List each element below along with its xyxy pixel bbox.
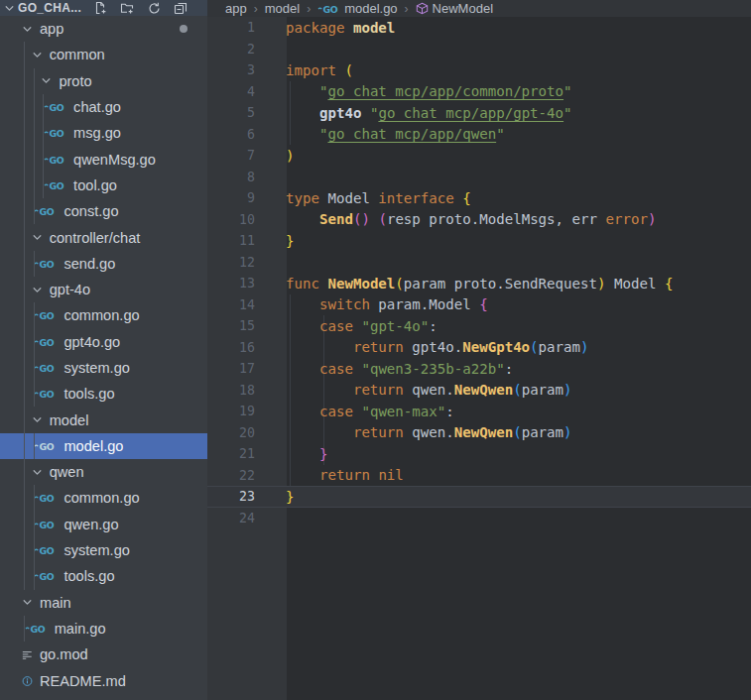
code-line-8[interactable]: 8 (207, 167, 751, 188)
code-line-4[interactable]: 4 "go_chat_mcp/app/common/proto" (207, 81, 751, 103)
line-number[interactable]: 17 (207, 361, 255, 376)
tree-item-msg.go[interactable]: GOmsg.go (0, 120, 207, 146)
refresh-explorer-icon[interactable] (147, 1, 161, 15)
tree-item-tools.go[interactable]: GOtools.go (0, 563, 207, 589)
new-file-icon[interactable] (93, 1, 107, 15)
chevron-down-icon[interactable] (32, 467, 43, 478)
line-number[interactable]: 8 (207, 170, 255, 184)
tree-item-tool.go[interactable]: GOtool.go (0, 173, 207, 198)
code-line-10[interactable]: 10 Send() (resp proto.ModelMsgs, err err… (207, 209, 751, 231)
code-line-2[interactable]: 2 (207, 39, 751, 60)
code-line-23[interactable]: 23} (207, 486, 751, 508)
line-number[interactable]: 24 (207, 511, 255, 525)
code-line-17[interactable]: 17 case "qwen3-235b-a22b": (207, 358, 751, 380)
chevron-down-icon[interactable] (32, 285, 43, 295)
line-number[interactable]: 10 (207, 212, 255, 227)
line-number[interactable]: 11 (207, 233, 255, 248)
code-line-5[interactable]: 5 gpt4o "go_chat_mcp/app/gpt-4o" (207, 102, 751, 124)
line-number[interactable]: 7 (207, 148, 255, 163)
code-line-19[interactable]: 19 case "qwen-max": (207, 401, 751, 422)
line-number[interactable]: 2 (207, 42, 255, 57)
tree-item-model.go[interactable]: GOmodel.go (0, 433, 207, 459)
go-file-icon: GO (34, 519, 57, 530)
code-line-22[interactable]: 22 return nil (207, 465, 751, 487)
tree-item-qwenmsg.go[interactable]: GOqwenMsg.go (0, 146, 207, 172)
line-number[interactable]: 19 (207, 404, 255, 418)
code-line-24[interactable]: 24 (207, 508, 751, 529)
explorer-sidebar: GO_CHA... appcommonprotoGOchat.goGOmsg.g… (0, 0, 207, 700)
line-number[interactable]: 13 (207, 276, 255, 291)
code-line-16[interactable]: 16 return gpt4o.NewGpt4o(param) (207, 337, 751, 359)
line-number[interactable]: 6 (207, 127, 255, 142)
code-line-21[interactable]: 21 } (207, 443, 751, 465)
breadcrumb-item-newmodel[interactable]: NewModel (416, 1, 493, 16)
chevron-down-icon[interactable] (22, 24, 33, 35)
tree-item-go.mod[interactable]: go.mod (0, 642, 207, 667)
tree-item-label: qwen.go (63, 517, 118, 532)
readme-info-icon (22, 674, 33, 688)
new-folder-icon[interactable] (120, 1, 134, 15)
code-line-14[interactable]: 14 switch param.Model { (207, 294, 751, 316)
code-line-15[interactable]: 15 case "gpt-4o": (207, 315, 751, 337)
tree-item-system.go[interactable]: GOsystem.go (0, 355, 207, 381)
tree-item-system.go[interactable]: GOsystem.go (0, 537, 207, 563)
line-number[interactable]: 21 (207, 446, 255, 461)
line-number[interactable]: 1 (207, 20, 255, 35)
code-line-3[interactable]: 3import ( (207, 59, 751, 81)
line-number[interactable]: 18 (207, 383, 255, 398)
code-line-7[interactable]: 7) (207, 145, 751, 167)
tree-item-qwen.go[interactable]: GOqwen.go (0, 512, 207, 537)
code-line-13[interactable]: 13func NewModel(param proto.SendRequest)… (207, 273, 751, 294)
code-line-6[interactable]: 6 "go_chat_mcp/app/qwen" (207, 124, 751, 146)
chevron-down-icon[interactable] (32, 50, 43, 60)
code-line-18[interactable]: 18 return qwen.NewQwen(param) (207, 380, 751, 402)
code-line-text: } (286, 233, 295, 249)
tree-item-common.go[interactable]: GOcommon.go (0, 485, 207, 511)
tree-item-common.go[interactable]: GOcommon.go (0, 302, 207, 328)
line-number[interactable]: 20 (207, 425, 255, 440)
line-number[interactable]: 4 (207, 84, 255, 99)
explorer-section-header[interactable]: GO_CHA... (0, 0, 207, 16)
code-line-text: case "qwen3-235b-a22b": (286, 361, 513, 377)
tree-item-main.go[interactable]: GOmain.go (0, 616, 207, 642)
tree-item-label: proto (59, 73, 91, 89)
chevron-down-icon[interactable] (22, 597, 33, 608)
line-number[interactable]: 16 (207, 340, 255, 355)
tree-item-gpt4o.go[interactable]: GOgpt4o.go (0, 329, 207, 355)
tree-item-main[interactable]: main (0, 590, 207, 616)
line-number[interactable]: 12 (207, 255, 255, 270)
tree-item-model[interactable]: model (0, 407, 207, 432)
line-number[interactable]: 15 (207, 318, 255, 333)
tree-item-label: gpt4o.go (63, 334, 120, 350)
line-number[interactable]: 23 (207, 489, 255, 504)
tree-item-app[interactable]: app (0, 16, 207, 42)
tree-item-chat.go[interactable]: GOchat.go (0, 94, 207, 120)
chevron-down-icon[interactable] (32, 414, 43, 425)
line-number[interactable]: 22 (207, 468, 255, 483)
code-line-9[interactable]: 9type Model interface { (207, 187, 751, 209)
tree-item-common[interactable]: common (0, 42, 207, 67)
tree-item-tools.go[interactable]: GOtools.go (0, 381, 207, 407)
code-line-11[interactable]: 11} (207, 230, 751, 252)
breadcrumb-item-model[interactable]: model (265, 1, 300, 16)
line-number[interactable]: 5 (207, 105, 255, 120)
tree-item-proto[interactable]: proto (0, 68, 207, 94)
tree-item-const.go[interactable]: GOconst.go (0, 198, 207, 224)
code-area[interactable]: 1package model23import (4 "go_chat_mcp/a… (207, 17, 751, 528)
line-number[interactable]: 14 (207, 297, 255, 312)
tree-item-controller-chat[interactable]: controller/chat (0, 224, 207, 250)
code-line-12[interactable]: 12 (207, 252, 751, 274)
collapse-folders-icon[interactable] (174, 1, 188, 15)
code-line-20[interactable]: 20 return qwen.NewQwen(param) (207, 422, 751, 444)
code-line-1[interactable]: 1package model (207, 17, 751, 39)
tree-item-send.go[interactable]: GOsend.go (0, 251, 207, 277)
tree-item-gpt-4o[interactable]: gpt-4o (0, 277, 207, 302)
tree-item-qwen[interactable]: qwen (0, 459, 207, 485)
chevron-down-icon[interactable] (32, 232, 43, 243)
line-number[interactable]: 9 (207, 190, 255, 205)
breadcrumb-item-model.go[interactable]: GOmodel.go (317, 1, 397, 16)
line-number[interactable]: 3 (207, 62, 255, 77)
breadcrumb-item-app[interactable]: app (225, 1, 247, 16)
tree-item-readme.md[interactable]: README.md (0, 667, 207, 693)
chevron-down-icon[interactable] (41, 75, 52, 86)
